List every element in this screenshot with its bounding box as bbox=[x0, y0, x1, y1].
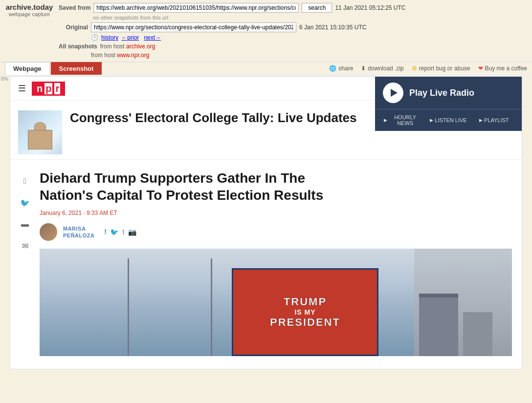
listen-live-button[interactable]: ▶ LISTEN LIVE bbox=[425, 112, 471, 128]
author-row: MARISA PEÑALOZA f 🐦 t 📷 bbox=[40, 223, 512, 241]
prior-link[interactable]: ←prior bbox=[121, 34, 139, 41]
npr-host-row: from host www.npr.org bbox=[59, 52, 527, 59]
npr-logo: n p r bbox=[32, 82, 65, 96]
author-tumblr-icon[interactable]: t bbox=[122, 228, 124, 236]
author-avatar bbox=[40, 223, 57, 241]
progress-bar-container: 0% bbox=[0, 75, 532, 76]
progress-label: 0% bbox=[1, 76, 8, 82]
live-radio-title: Play Live Radio bbox=[409, 88, 474, 98]
author-name-line2: PEÑALOZA bbox=[63, 233, 95, 238]
flipboard-share-icon[interactable]: ▬ bbox=[18, 217, 32, 231]
author-name-line1: MARISA bbox=[63, 226, 86, 232]
article-main: Diehard Trump Supporters Gather In The N… bbox=[40, 170, 522, 356]
history-icon: 🕐 bbox=[91, 34, 98, 41]
logo-r: r bbox=[54, 83, 60, 94]
download-label: download .zip bbox=[368, 65, 403, 72]
twitter-share-icon[interactable]: 🐦 bbox=[18, 196, 32, 210]
download-zip-link[interactable]: ⬇ download .zip bbox=[361, 65, 403, 72]
bug-icon: ⚙ bbox=[412, 65, 417, 72]
tab-screenshot[interactable]: Screenshot bbox=[51, 62, 102, 75]
archive-sub-label: webpage capture bbox=[5, 11, 54, 17]
site-name: archive.today bbox=[5, 3, 54, 11]
live-radio-top: Play Live Radio bbox=[375, 77, 522, 109]
live-radio-sub: ▶ HOURLY NEWS ▶ LISTEN LIVE ▶ PLAYLIST bbox=[375, 109, 522, 131]
history-row: 🕐 history ←prior next→ bbox=[59, 34, 527, 41]
play-triangle-icon bbox=[391, 89, 398, 97]
all-snapshots-label: All snapshots bbox=[59, 43, 97, 50]
article-date: January 6, 2021 · 9:33 AM ET bbox=[40, 210, 512, 216]
nav-links: ←prior next→ bbox=[121, 34, 161, 41]
top-nav: Webpage Screenshot 🌐 share ⬇ download .z… bbox=[0, 62, 532, 75]
tab-webpage[interactable]: Webpage bbox=[5, 62, 50, 75]
author-info: MARISA PEÑALOZA bbox=[63, 225, 95, 239]
main-content: ☰ n p r ❤ DONATE Play Live Radio ▶ HOURL… bbox=[10, 76, 522, 369]
article-section-title: Congress' Electoral College Tally: Live … bbox=[70, 110, 357, 126]
email-share-icon[interactable]: ✉ bbox=[18, 239, 32, 253]
article-image: TRUMP IS MY PRESIDENT bbox=[40, 249, 512, 356]
saved-from-row: Saved from search 11 Jan 2021 05:12:25 U… bbox=[59, 3, 527, 13]
original-row: Original 6 Jan 2021 15:10:35 UTC bbox=[59, 22, 527, 32]
share-link[interactable]: 🌐 share bbox=[329, 65, 353, 72]
coffee-label: Buy me a coffee bbox=[485, 65, 528, 72]
history-link[interactable]: history bbox=[101, 34, 118, 41]
from-npr-host: from host www.npr.org bbox=[91, 52, 149, 59]
hourly-arrow-icon: ▶ bbox=[384, 118, 387, 123]
logo-p: p bbox=[44, 83, 52, 94]
headline-line2: Nation's Capital To Protest Election Res… bbox=[40, 188, 323, 203]
npr-host-link[interactable]: www.npr.org bbox=[117, 52, 149, 59]
live-radio-panel: Play Live Radio ▶ HOURLY NEWS ▶ LISTEN L… bbox=[375, 77, 522, 131]
capitol-building bbox=[28, 130, 52, 149]
playlist-button[interactable]: ▶ PLAYLIST bbox=[471, 112, 517, 128]
archive-host-link[interactable]: archive.org bbox=[126, 43, 155, 50]
flag-text-line3: PRESIDENT bbox=[270, 316, 340, 329]
next-link[interactable]: next→ bbox=[144, 34, 161, 41]
report-label: report bug or abuse bbox=[419, 65, 470, 72]
archive-bar: archive.today webpage capture Saved from… bbox=[0, 0, 532, 62]
search-button[interactable]: search bbox=[302, 3, 332, 13]
saved-url-input[interactable] bbox=[93, 3, 299, 13]
flag-text-line2: IS MY bbox=[294, 308, 315, 316]
npr-header: ☰ n p r ❤ DONATE Play Live Radio ▶ HOURL… bbox=[10, 77, 522, 101]
listen-arrow-icon: ▶ bbox=[430, 118, 433, 123]
author-instagram-icon[interactable]: 📷 bbox=[128, 228, 136, 236]
no-snapshot-text: no other snapshots from this url bbox=[93, 15, 168, 21]
share-label: share bbox=[338, 65, 353, 72]
flagpole-right bbox=[211, 258, 212, 356]
original-label: Original bbox=[59, 24, 88, 31]
archive-logo: archive.today webpage capture bbox=[5, 3, 54, 17]
globe-icon: 🌐 bbox=[329, 65, 336, 72]
logo-n: n bbox=[37, 83, 43, 94]
date-original: 6 Jan 2021 15:10:35 UTC bbox=[299, 24, 366, 31]
buildings-background bbox=[414, 249, 512, 356]
report-bug-link[interactable]: ⚙ report bug or abuse bbox=[412, 65, 470, 72]
buy-coffee-link[interactable]: ❤ Buy me a coffee bbox=[478, 65, 528, 72]
trump-flag: TRUMP IS MY PRESIDENT bbox=[232, 268, 378, 356]
article-body-wrapper:  🐦 ▬ ✉ Diehard Trump Supporters Gather … bbox=[10, 160, 522, 366]
download-icon: ⬇ bbox=[361, 65, 366, 72]
social-sidebar:  🐦 ▬ ✉ bbox=[10, 170, 40, 356]
article-headline: Diehard Trump Supporters Gather In The N… bbox=[40, 170, 512, 204]
hamburger-button[interactable]: ☰ bbox=[18, 83, 26, 94]
heart-icon: ❤ bbox=[478, 65, 483, 72]
author-name: MARISA PEÑALOZA bbox=[63, 225, 95, 239]
top-nav-actions: 🌐 share ⬇ download .zip ⚙ report bug or … bbox=[329, 65, 527, 72]
hourly-news-label: HOURLY NEWS bbox=[389, 114, 421, 126]
date-saved: 11 Jan 2021 05:12:25 UTC bbox=[335, 4, 405, 11]
saved-from-label: Saved from bbox=[59, 4, 90, 11]
flagpole-left bbox=[128, 258, 129, 356]
facebook-share-icon[interactable]:  bbox=[18, 174, 32, 188]
archive-info: Saved from search 11 Jan 2021 05:12:25 U… bbox=[59, 3, 527, 59]
headline-line1: Diehard Trump Supporters Gather In The bbox=[40, 170, 305, 186]
flag-text-line1: TRUMP bbox=[284, 296, 327, 308]
hourly-news-button[interactable]: ▶ HOURLY NEWS bbox=[380, 112, 425, 128]
playlist-label: PLAYLIST bbox=[484, 117, 509, 123]
play-radio-button[interactable] bbox=[383, 83, 403, 103]
author-twitter-icon[interactable]: 🐦 bbox=[110, 228, 118, 236]
original-url-input[interactable] bbox=[91, 22, 296, 32]
no-snapshot-row: no other snapshots from this url bbox=[59, 15, 527, 21]
listen-live-label: LISTEN LIVE bbox=[435, 117, 466, 123]
all-snapshots-row: All snapshots from host archive.org bbox=[59, 43, 527, 50]
author-social-links: f 🐦 t 📷 bbox=[105, 228, 137, 236]
author-facebook-icon[interactable]: f bbox=[105, 228, 107, 236]
article-thumbnail bbox=[18, 110, 62, 154]
